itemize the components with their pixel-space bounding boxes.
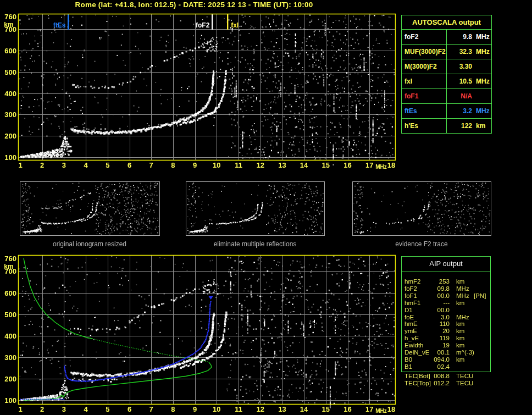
x-axis-tick: 16 xyxy=(341,405,355,413)
param-value: 3.0 xyxy=(422,314,450,321)
param-unit: MHz xyxy=(456,314,469,321)
param-unit: MHz xyxy=(456,285,469,292)
aip-row-D1: D100.0 xyxy=(401,307,491,314)
aip-row-h_vE: h_vE119km xyxy=(401,335,491,342)
param-label: foF1 xyxy=(402,89,447,103)
autoscala-row-foF2: foF29.8MHz xyxy=(402,30,491,45)
autoscala-table-title: AUTOSCALA output xyxy=(402,15,491,30)
param-label: foF2 xyxy=(402,30,447,44)
y-axis-tick: 600 xyxy=(0,47,16,55)
x-axis-tick: 10 xyxy=(209,161,224,169)
x-axis-tick: 7 xyxy=(144,405,158,413)
param-value: --- xyxy=(422,300,450,307)
y-axis-tick: 300 xyxy=(0,110,16,119)
y-axis-tick: 200 xyxy=(0,375,16,383)
param-label: ftEs xyxy=(402,104,447,118)
param-label: foE xyxy=(404,314,414,321)
y-axis-tick: 760 xyxy=(0,254,16,263)
panel-caption-original: original ionogram resized xyxy=(20,240,159,248)
param-value: 10.5 xyxy=(447,74,472,88)
y-axis-tick: 300 xyxy=(0,353,16,362)
y-axis-tick: 500 xyxy=(0,311,16,319)
x-axis-tick: 7 xyxy=(144,161,158,169)
param-value: 3.30 xyxy=(447,59,472,74)
param-unit: km xyxy=(456,278,464,285)
autoscala-row-h'Es: h'Es122km xyxy=(402,119,491,133)
param-unit: km xyxy=(456,335,464,342)
aip-row-hmE: hmE110km xyxy=(401,320,491,328)
param-label: fxI xyxy=(402,74,447,88)
aip-row-TEC[Top]: TEC[Top]012.2TECU xyxy=(401,380,491,387)
param-unit: km xyxy=(456,342,464,349)
param-unit: km xyxy=(456,356,464,363)
aip-row-foF1: foF100.0MHz[PN] xyxy=(401,292,491,300)
param-value: 253 xyxy=(422,278,450,285)
y-axis-tick: 600 xyxy=(0,289,16,297)
page-title: Rome (lat: +41.8, lon: 012.5) - DATE: 20… xyxy=(18,1,370,9)
param-unit: MHz xyxy=(456,292,469,300)
param-unit: km xyxy=(456,320,464,328)
panel-caption-evidence: evidence F2 trace xyxy=(352,240,491,248)
autoscala-row-MUF(3000)F2: MUF(3000)F232.3MHz xyxy=(402,45,491,59)
x-axis-tick: 6 xyxy=(123,161,137,169)
x-axis-tick: 9 xyxy=(188,405,202,413)
param-unit: MHz xyxy=(476,104,490,118)
param-unit: MHz xyxy=(476,30,490,44)
x-axis-unit-label: MHz xyxy=(375,164,387,170)
x-axis-tick: 11 xyxy=(231,161,246,169)
param-label: foF2 xyxy=(404,285,417,292)
param-value: 3.2 xyxy=(447,104,472,118)
x-axis-tick: 2 xyxy=(35,161,49,169)
param-value: 00.0 xyxy=(422,307,450,314)
param-value: 19 xyxy=(422,342,450,349)
y-axis-tick: 100 xyxy=(0,396,16,405)
autoscala-row-ftEs: ftEs3.2MHz xyxy=(402,104,491,119)
x-axis-tick: 14 xyxy=(297,161,311,169)
aip-row-B0: B0094.0km xyxy=(401,356,491,363)
x-axis-tick: 1 xyxy=(13,161,27,169)
x-axis-tick: 15 xyxy=(319,161,333,169)
x-axis-tick: 17 xyxy=(362,161,376,169)
param-label: h'Es xyxy=(402,119,447,133)
param-label: foF1 xyxy=(404,292,417,300)
aip-output-table: AIP output hmF2253kmfoF209.8MHzfoF100.0M… xyxy=(401,256,491,394)
y-axis-tick: 500 xyxy=(0,68,16,76)
x-axis-tick: 12 xyxy=(253,161,268,169)
x-axis-tick: 17 xyxy=(362,405,376,413)
y-axis-tick: 100 xyxy=(0,153,16,162)
aip-row-TEC[Bot]: TEC[Bot]008.8TECU xyxy=(401,373,491,380)
x-axis-tick: 11 xyxy=(231,405,246,413)
x-axis-tick: 13 xyxy=(275,405,289,413)
x-axis-unit-label: MHz xyxy=(375,408,387,414)
marker-label-fxi: fxI xyxy=(231,21,258,29)
param-unit: km xyxy=(476,119,485,133)
param-note: [PN] xyxy=(474,292,486,300)
param-label: B0 xyxy=(404,356,412,363)
x-axis-tick: 6 xyxy=(123,405,137,413)
param-value: 094.0 xyxy=(422,356,450,363)
x-axis-tick: 2 xyxy=(35,405,49,413)
param-value: 00.0 xyxy=(422,292,450,300)
x-axis-tick: 8 xyxy=(166,405,180,413)
autoscala-row-M(3000)F2: M(3000)F23.30 xyxy=(402,59,491,74)
x-axis-tick: 8 xyxy=(166,161,180,169)
x-axis-tick: 5 xyxy=(101,161,115,169)
x-axis-tick: 15 xyxy=(319,405,333,413)
param-value: 00.1 xyxy=(422,349,450,356)
x-axis-tick: 5 xyxy=(101,405,115,413)
aip-row-Ewidth: Ewidth19km xyxy=(401,342,491,349)
param-label: hmF2 xyxy=(404,278,420,285)
aip-table-title: AIP output xyxy=(401,259,491,268)
y-axis-unit-label: km xyxy=(1,263,16,270)
x-axis-tick: 9 xyxy=(188,161,202,169)
param-unit: TECU xyxy=(456,380,473,387)
param-value: 122 xyxy=(447,119,472,133)
param-value: 110 xyxy=(422,320,450,328)
param-label: M(3000)F2 xyxy=(402,59,447,74)
param-label: h_vE xyxy=(404,335,419,342)
autoscala-output-table: AUTOSCALA output foF29.8MHzMUF(3000)F232… xyxy=(401,15,492,134)
param-unit: TECU xyxy=(456,373,473,380)
param-unit: km xyxy=(456,300,464,307)
x-axis-tick: 4 xyxy=(79,161,93,169)
param-label: Ewidth xyxy=(404,342,424,349)
